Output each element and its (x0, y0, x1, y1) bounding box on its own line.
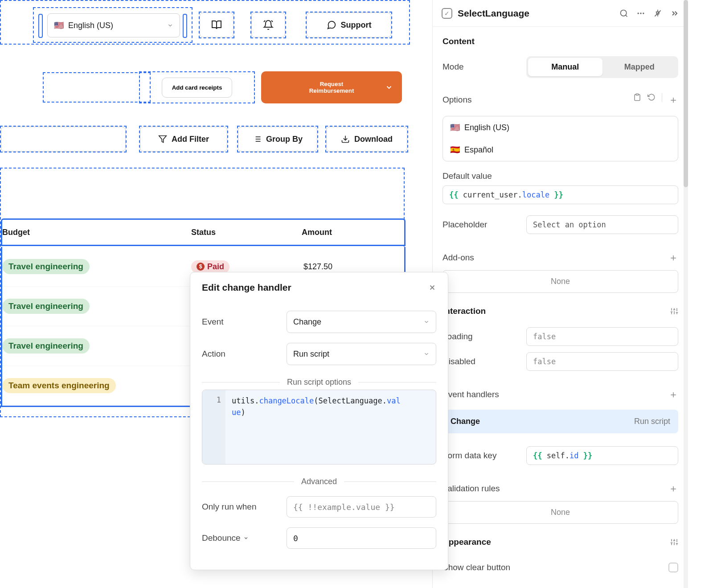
only-run-label: Only run when (202, 502, 287, 512)
col-amount[interactable]: Amount (302, 228, 377, 237)
placeholder-label: Placeholder (443, 220, 526, 230)
add-validation-button[interactable]: ＋ (668, 482, 678, 495)
component-type-icon: ✓ (442, 8, 452, 19)
status-badge: $Paid (191, 260, 229, 273)
add-addon-button[interactable]: ＋ (668, 251, 678, 264)
flag-icon: 🇺🇸 (450, 123, 460, 132)
filter-slot (0, 126, 127, 152)
flag-icon: 🇺🇸 (54, 21, 64, 30)
topbar-outline: 🇺🇸 English (US) (0, 0, 410, 45)
chevron-down-icon (167, 22, 173, 29)
loading-input[interactable]: false (526, 327, 678, 346)
inspector-panel: ✓ SelectLanguage Content Mode Manual Map… (432, 0, 688, 588)
support-button[interactable]: Support (307, 12, 391, 37)
more-icon[interactable] (636, 9, 645, 18)
mode-mapped[interactable]: Mapped (602, 58, 677, 76)
default-value-label: Default value (443, 171, 526, 181)
flag-icon: 🇪🇸 (450, 145, 460, 155)
request-frame: Request Reimbursement (261, 71, 402, 103)
chevron-down-icon (423, 319, 430, 325)
options-list: 🇺🇸 English (US) 🇪🇸 Español (443, 116, 678, 161)
request-reimbursement-button[interactable]: Request Reimbursement (261, 71, 402, 103)
options-label: Options (443, 95, 526, 105)
book-icon (211, 20, 222, 30)
request-line1: Request (309, 81, 354, 87)
close-button[interactable] (428, 284, 436, 292)
appearance-section: Appearance Show clear button (433, 527, 688, 584)
run-script-divider: Run script options (202, 378, 436, 387)
option-label: Español (464, 145, 493, 155)
chevron-down-icon (385, 83, 393, 91)
svg-rect-16 (636, 94, 639, 95)
bell-frame (250, 12, 286, 38)
add-receipts-frame: Add card receipts (139, 71, 255, 103)
event-label: Event (202, 317, 287, 327)
placeholder-input[interactable]: Select an option (526, 215, 678, 234)
search-input[interactable] (1, 127, 126, 152)
add-filter-button[interactable]: Add Filter (140, 127, 227, 152)
svg-point-10 (621, 10, 627, 16)
debounce-input[interactable]: 0 (287, 527, 436, 549)
col-budget[interactable]: Budget (2, 228, 140, 237)
addons-none: None (443, 270, 678, 293)
notifications-button[interactable] (251, 12, 285, 37)
content-section: Content Mode Manual Mapped Options ＋ 🇺🇸 (433, 27, 688, 296)
mode-manual[interactable]: Manual (528, 58, 602, 76)
inspector-header: ✓ SelectLanguage (433, 0, 688, 27)
scrollbar[interactable] (684, 0, 688, 588)
actions-spacer (43, 72, 151, 103)
disabled-input[interactable]: false (526, 352, 678, 371)
show-clear-checkbox[interactable] (668, 563, 678, 572)
mode-label: Mode (443, 62, 526, 72)
download-icon (341, 135, 350, 144)
col-status[interactable]: Status (191, 228, 280, 237)
filter-icon (158, 135, 167, 144)
language-select[interactable]: 🇺🇸 English (US) (47, 13, 180, 37)
only-run-input[interactable]: {{ !!example.value }} (287, 496, 436, 518)
action-select[interactable]: Run script (287, 343, 436, 365)
add-filter-label: Add Filter (172, 135, 209, 144)
group-by-button[interactable]: Group By (238, 127, 317, 152)
unpin-icon[interactable] (653, 9, 662, 18)
default-value-input[interactable]: {{ current_user.locale }} (443, 185, 678, 204)
settings-icon[interactable] (670, 538, 678, 546)
debounce-label[interactable]: Debounce (202, 533, 287, 543)
clipboard-icon[interactable] (633, 93, 641, 107)
event-select[interactable]: Change (287, 311, 436, 333)
option-item[interactable]: 🇺🇸 English (US) (443, 116, 678, 139)
language-label: English (US) (68, 21, 113, 30)
download-label: Download (354, 135, 393, 144)
disabled-label: Disabled (443, 357, 526, 366)
advanced-divider: Advanced (202, 477, 436, 486)
event-handler-item[interactable]: Change Run script (443, 410, 678, 433)
addons-label: Add-ons (443, 253, 526, 263)
language-component-frame[interactable]: 🇺🇸 English (US) (33, 7, 193, 43)
bell-icon (263, 20, 274, 30)
refresh-icon[interactable] (647, 93, 656, 107)
validation-label: Validation rules (443, 484, 500, 493)
download-button[interactable]: Download (326, 127, 407, 152)
code-content[interactable]: utils.changeLocale(SelectLanguage.value) (225, 390, 407, 464)
add-receipts-button[interactable]: Add card receipts (162, 78, 233, 98)
form-data-key-input[interactable]: {{ self.id }} (526, 446, 678, 465)
scrollbar-thumb[interactable] (684, 0, 688, 187)
collapse-icon[interactable] (670, 9, 679, 18)
budget-tag: Travel engineering (2, 259, 90, 274)
option-item[interactable]: 🇪🇸 Español (443, 139, 678, 161)
form-data-key-label: Form data key (443, 451, 526, 461)
validation-none: None (443, 501, 678, 524)
component-name[interactable]: SelectLanguage (458, 8, 614, 19)
list-icon (253, 135, 262, 144)
settings-icon[interactable] (670, 307, 678, 315)
chat-icon (327, 20, 336, 30)
mode-segmented: Manual Mapped (526, 56, 678, 78)
resize-handle-left[interactable] (38, 14, 43, 38)
docs-button[interactable] (200, 12, 234, 37)
search-icon[interactable] (619, 9, 628, 18)
add-option-button[interactable]: ＋ (668, 93, 678, 107)
add-handler-button[interactable]: ＋ (668, 388, 678, 401)
line-number: 1 (202, 390, 225, 464)
code-editor[interactable]: 1 utils.changeLocale(SelectLanguage.valu… (202, 390, 436, 465)
resize-handle-right[interactable] (183, 14, 187, 38)
svg-point-13 (640, 12, 641, 14)
